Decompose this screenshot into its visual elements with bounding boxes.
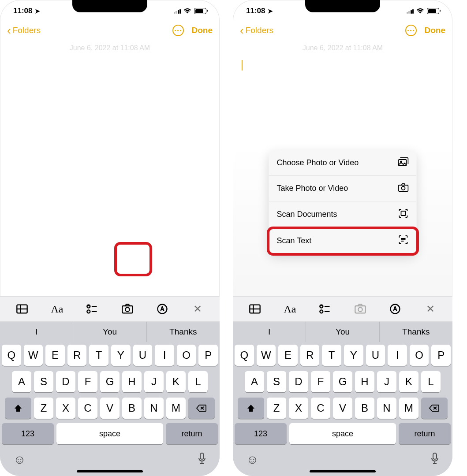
key-x[interactable]: X [56,398,75,419]
svg-rect-12 [200,453,204,459]
key-t[interactable]: T [322,345,341,366]
home-indicator[interactable] [310,470,376,472]
suggestion-1[interactable]: I [0,322,73,342]
menu-choose-photo[interactable]: Choose Photo or Video [269,150,417,175]
suggestion-1[interactable]: I [233,322,306,342]
key-r[interactable]: R [300,345,320,366]
key-d[interactable]: D [56,371,75,392]
note-editor[interactable]: June 6, 2022 at 11:08 AM [0,41,220,296]
key-s[interactable]: S [34,371,53,392]
key-g[interactable]: G [100,371,120,392]
backspace-key[interactable] [421,398,448,419]
key-j[interactable]: J [377,371,396,392]
home-indicator[interactable] [77,470,143,472]
key-o[interactable]: O [177,345,196,366]
key-e[interactable]: E [278,345,298,366]
shift-key[interactable] [238,398,264,419]
key-u[interactable]: U [133,345,153,366]
key-v[interactable]: V [333,398,352,419]
text-format-button[interactable]: Aa [280,299,299,319]
checklist-button[interactable] [82,299,102,319]
key-c[interactable]: C [311,398,330,419]
key-i[interactable]: I [155,345,174,366]
return-key[interactable]: return [166,423,218,444]
close-toolbar-button[interactable]: ✕ [188,299,207,319]
menu-take-photo[interactable]: Take Photo or Video [269,175,417,201]
key-f[interactable]: F [311,371,330,392]
key-h[interactable]: H [122,371,142,392]
done-button[interactable]: Done [192,26,213,35]
more-options-button[interactable] [172,25,184,36]
key-p[interactable]: P [431,345,451,366]
numbers-key[interactable]: 123 [235,423,287,444]
key-i[interactable]: I [388,345,407,366]
key-y[interactable]: Y [111,345,131,366]
key-g[interactable]: G [333,371,352,392]
close-toolbar-button[interactable]: ✕ [421,299,440,319]
key-x[interactable]: X [289,398,308,419]
back-button[interactable]: ‹ Folders [7,25,41,36]
key-l[interactable]: L [188,371,208,392]
key-o[interactable]: O [410,345,429,366]
key-t[interactable]: T [89,345,108,366]
cellular-signal-icon [174,8,181,14]
suggestion-2[interactable]: You [73,322,146,342]
dictation-button[interactable] [430,453,439,467]
key-b[interactable]: B [355,398,374,419]
key-n[interactable]: N [377,398,396,419]
emoji-button[interactable]: ☺ [246,453,259,467]
key-f[interactable]: F [78,371,97,392]
key-q[interactable]: Q [2,345,21,366]
markup-button[interactable] [153,299,172,319]
key-v[interactable]: V [100,398,120,419]
emoji-button[interactable]: ☺ [13,453,26,467]
done-button[interactable]: Done [425,26,446,35]
key-a[interactable]: A [12,371,31,392]
dictation-button[interactable] [198,453,206,467]
key-q[interactable]: Q [235,345,254,366]
key-j[interactable]: J [144,371,164,392]
key-n[interactable]: N [144,398,164,419]
markup-button[interactable] [385,299,405,319]
checklist-button[interactable] [315,299,335,319]
suggestion-3[interactable]: Thanks [147,322,220,342]
key-c[interactable]: C [78,398,97,419]
text-format-button[interactable]: Aa [47,299,67,319]
shift-key[interactable] [5,398,31,419]
back-button[interactable]: ‹ Folders [240,25,273,36]
camera-button[interactable] [351,299,370,319]
key-h[interactable]: H [355,371,374,392]
location-services-icon: ➤ [35,7,40,15]
key-d[interactable]: D [289,371,308,392]
menu-scan-text[interactable]: Scan Text [269,227,417,254]
space-key[interactable]: space [289,423,396,444]
key-k[interactable]: K [399,371,418,392]
key-w[interactable]: W [257,345,276,366]
backspace-key[interactable] [188,398,215,419]
key-m[interactable]: M [399,398,418,419]
camera-button[interactable] [118,299,137,319]
numbers-key[interactable]: 123 [2,423,54,444]
key-a[interactable]: A [245,371,264,392]
space-key[interactable]: space [56,423,163,444]
key-e[interactable]: E [45,345,65,366]
suggestion-2[interactable]: You [306,322,379,342]
key-b[interactable]: B [122,398,142,419]
key-s[interactable]: S [267,371,286,392]
suggestion-3[interactable]: Thanks [380,322,452,342]
table-button[interactable] [12,299,32,319]
key-w[interactable]: W [24,345,43,366]
key-z[interactable]: Z [267,398,286,419]
key-k[interactable]: K [166,371,186,392]
key-u[interactable]: U [366,345,385,366]
menu-scan-documents[interactable]: Scan Documents [269,201,417,227]
more-options-button[interactable] [405,25,417,36]
return-key[interactable]: return [399,423,451,444]
key-p[interactable]: P [198,345,218,366]
key-m[interactable]: M [166,398,186,419]
key-y[interactable]: Y [344,345,363,366]
key-r[interactable]: R [67,345,87,366]
key-z[interactable]: Z [34,398,53,419]
table-button[interactable] [245,299,265,319]
key-l[interactable]: L [421,371,441,392]
